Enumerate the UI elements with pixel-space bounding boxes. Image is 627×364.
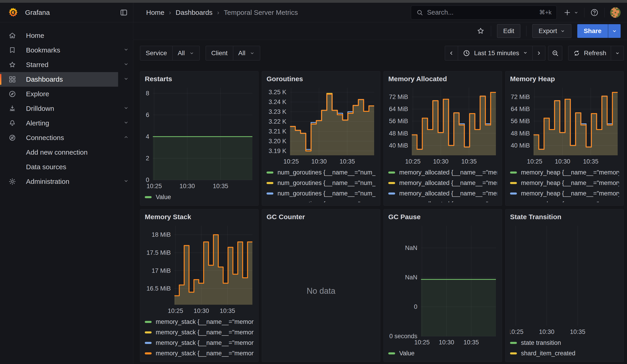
zoom-out-time-button[interactable] [548, 46, 562, 60]
sidebar-item-drilldown[interactable]: Drilldown [0, 101, 133, 116]
legend-item[interactable]: num_goroutines {__name__="num_go [266, 199, 375, 202]
refresh-interval-button[interactable] [611, 46, 624, 60]
sidebar-item-add-new-connection[interactable]: Add new connection [0, 145, 133, 160]
favorite-star-button[interactable] [476, 27, 485, 35]
legend-item[interactable]: memory_heap {__name__="memory_h [510, 199, 619, 202]
legend-item[interactable]: shard_item_created [510, 348, 619, 359]
legend-item[interactable]: Value [145, 192, 254, 202]
legend-item[interactable]: memory_heap {__name__="memory_h [510, 167, 619, 178]
legend-item[interactable]: memory_stack {__name__="memory_s [145, 338, 254, 348]
panel-title[interactable]: Memory Allocated [388, 75, 497, 86]
breadcrumb-item[interactable]: Dashboards [176, 9, 212, 16]
sidebar-item-starred[interactable]: Starred [0, 57, 133, 72]
add-new-button[interactable] [563, 8, 579, 17]
legend-item[interactable]: num_goroutines {__name__="num_go [266, 188, 375, 199]
time-shift-back-button[interactable] [445, 46, 458, 60]
panel-title[interactable]: Restarts [145, 75, 254, 86]
refresh-button[interactable]: Refresh [568, 46, 611, 60]
dock-panel-icon[interactable] [119, 8, 128, 17]
export-button[interactable]: Export [532, 24, 571, 38]
legend-item[interactable]: num_goroutines {__name__="num_go [266, 178, 375, 188]
sidebar-item-connections[interactable]: Connections [0, 130, 133, 145]
share-button[interactable]: Share [577, 24, 608, 38]
sidebar-item-alerting[interactable]: Alerting [0, 116, 133, 130]
star-outline-icon [476, 27, 485, 35]
chart-area-goroutines[interactable]: 3.19 K3.20 K3.21 K3.22 K3.23 K3.24 K3.25… [266, 86, 375, 165]
bookmark-icon [8, 46, 16, 54]
sidebar-item-bookmarks[interactable]: Bookmarks [0, 43, 133, 57]
svg-text:3.22 K: 3.22 K [268, 118, 286, 125]
chart-area-memory_stack[interactable]: 16.5 MiB17 MiB17.5 MiB18 MiB10:2510:3010… [145, 223, 254, 315]
variable-label: Service [140, 46, 173, 60]
svg-text:17.5 MiB: 17.5 MiB [146, 249, 171, 256]
svg-text:72 MiB: 72 MiB [511, 94, 530, 100]
legend-swatch [510, 193, 517, 195]
chevron-up-icon [123, 134, 129, 140]
variable-value-dropdown[interactable]: All [233, 46, 260, 60]
chart-area-gc_pause[interactable]: 0 seconds0NaNNaN10:2510:3010:35 [388, 223, 497, 346]
sidebar-item-label: Starred [26, 61, 123, 69]
svg-text:6: 6 [146, 111, 149, 118]
legend-label: shard_item_created [521, 350, 575, 357]
dashboard-toolbar: Edit Export Share [133, 22, 627, 40]
legend-label: memory_allocated {__name__="memo [399, 190, 497, 197]
panel-gc_pause: GC Pause0 seconds0NaNNaN10:2510:3010:35V… [383, 209, 502, 362]
legend-label: num_goroutines {__name__="num_go [277, 169, 375, 176]
svg-text:17 MiB: 17 MiB [152, 267, 171, 274]
variable-value-dropdown[interactable]: All [173, 46, 199, 60]
time-range-picker[interactable]: Last 15 minutes [458, 46, 532, 60]
panel-title[interactable]: Memory Heap [510, 75, 619, 86]
panel-title[interactable]: Goroutines [266, 75, 375, 86]
help-button[interactable] [590, 8, 599, 17]
variable-service: ServiceAll [140, 46, 200, 60]
panel-title[interactable]: GC Pause [388, 213, 497, 223]
sidebar-item-data-sources[interactable]: Data sources [0, 160, 133, 174]
panel-title[interactable]: Memory Stack [145, 213, 254, 223]
panel-title[interactable]: GC Counter [266, 213, 375, 223]
legend-item[interactable]: memory_allocated {__name__="memo [388, 178, 497, 188]
chart-area-state_transition[interactable]: 10:2510:3010:35 [510, 223, 619, 336]
chart-area-memory_allocated[interactable]: 40 MiB48 MiB56 MiB64 MiB72 MiB10:2510:30… [388, 86, 497, 165]
sidebar-item-dashboards[interactable]: Dashboards [0, 72, 133, 87]
sidebar-item-label: Home [26, 32, 130, 40]
time-shift-forward-button[interactable] [532, 46, 545, 60]
legend-item[interactable]: memory_allocated {__name__="memo [388, 167, 497, 178]
grafana-logo-icon[interactable] [8, 7, 19, 18]
chart-area-memory_heap[interactable]: 40 MiB48 MiB56 MiB64 MiB72 MiB10:2510:30… [510, 86, 619, 165]
sidebar-item-administration[interactable]: Administration [0, 174, 133, 189]
legend-swatch [510, 171, 517, 174]
drilldown-icon [8, 104, 16, 113]
panel-title[interactable]: State Transition [510, 213, 619, 223]
chevron-down-icon [123, 119, 129, 125]
edit-button[interactable]: Edit [497, 24, 520, 38]
legend-label: memory_heap {__name__="memory_h [521, 169, 619, 176]
window-top-strip [0, 0, 627, 3]
search-input[interactable]: Search... ⌘+k [411, 5, 557, 20]
legend-item[interactable]: num_goroutines {__name__="num_go [266, 167, 375, 178]
legend-item[interactable]: memory_heap {__name__="memory_h [510, 178, 619, 188]
legend-item[interactable]: memory_heap {__name__="memory_h [510, 188, 619, 199]
svg-text:10:35: 10:35 [339, 158, 355, 165]
legend-item[interactable]: memory_allocated {__name__="memo [388, 199, 497, 202]
breadcrumb-item[interactable]: Home [146, 9, 164, 16]
sidebar-item-explore[interactable]: Explore [0, 87, 133, 101]
legend-item[interactable]: memory_stack {__name__="memory_s [145, 348, 254, 359]
chart-area-restarts[interactable]: 0246810:2510:3010:35 [145, 86, 254, 190]
toolbar-divider [491, 26, 491, 36]
svg-text:10:35: 10:35 [583, 158, 598, 165]
share-menu-button[interactable] [608, 24, 621, 38]
legend-item[interactable]: memory_stack {__name__="memory_s [145, 316, 254, 327]
svg-text:8: 8 [146, 90, 149, 97]
legend-swatch [145, 331, 152, 333]
legend-item[interactable]: memory_stack {__name__="memory_s [145, 327, 254, 338]
brand-title[interactable]: Grafana [25, 9, 50, 16]
legend-item[interactable]: state transition [510, 338, 619, 348]
user-avatar[interactable] [610, 7, 621, 18]
legend-item[interactable]: Value [388, 348, 497, 359]
home-icon [8, 31, 16, 40]
legend-swatch [510, 182, 517, 184]
nav-divider [584, 8, 584, 17]
svg-text:0 seconds: 0 seconds [389, 333, 417, 340]
sidebar-item-home[interactable]: Home [0, 28, 133, 43]
legend-item[interactable]: memory_allocated {__name__="memo [388, 188, 497, 199]
